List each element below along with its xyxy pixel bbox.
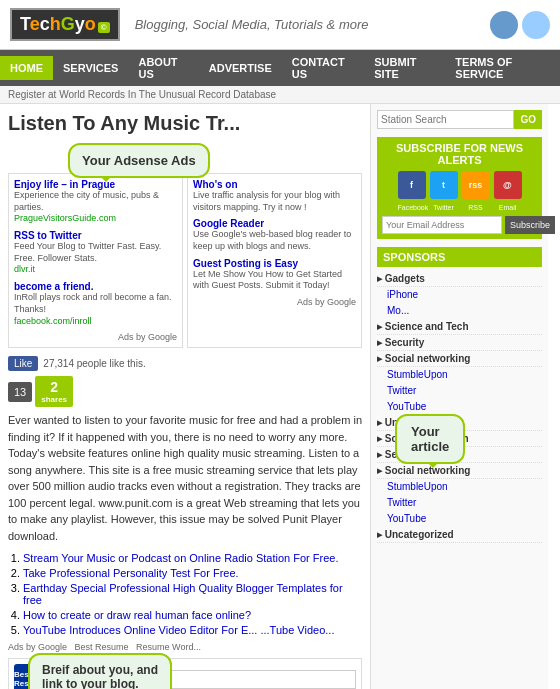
bird-icon-2 (522, 11, 550, 39)
article-body: Ever wanted to listen to your favorite m… (8, 412, 362, 544)
sponsor-sub-social1: StumbleUpon Twitter YouTube (377, 367, 542, 415)
breadcrumb: Register at World Records In The Unusual… (0, 86, 560, 104)
email-label: Email (494, 204, 522, 211)
ad-link-2[interactable]: RSS to Twitter (14, 230, 82, 241)
rss-label: RSS (462, 204, 490, 211)
subscribe-input-row: Subscribe (382, 216, 537, 234)
list-link-4[interactable]: How to create or draw real human face on… (23, 609, 251, 621)
ad-right-link-3[interactable]: Guest Posting is Easy (193, 258, 298, 269)
like-count: 27,314 people like this. (43, 358, 145, 369)
sponsor-link-twitter1[interactable]: Twitter (387, 385, 416, 396)
share-count: 2 shares (35, 376, 73, 407)
sponsor-link-iphone[interactable]: iPhone (387, 289, 418, 300)
nav-terms[interactable]: TERMS OF SERVICE (445, 50, 560, 86)
sponsors-title: SPONSORS (377, 247, 542, 267)
ad-right-link-1[interactable]: Who's on (193, 179, 238, 190)
social-labels: Facebook Twitter RSS Email (382, 204, 537, 211)
ads-row: Enjoy life – in Prague Experience the ci… (8, 173, 362, 348)
tagline: Blogging, Social Media, Tutorials & more (135, 17, 369, 32)
logo-tag: © (98, 22, 110, 33)
sponsor-sub-gadgets: iPhone Mo... (377, 287, 542, 319)
breadcrumb-text: Register at World Records In The Unusual… (8, 89, 276, 100)
fb-label: Facebook (398, 204, 426, 211)
list-link-5[interactable]: YouTube Introduces Online Video Editor F… (23, 624, 334, 636)
nav-services[interactable]: SERVICES (53, 56, 128, 80)
header-icons (490, 11, 550, 39)
subscribe-box: SUBSCRIBE FOR NEWS ALERTS f t rss @ Face… (377, 137, 542, 239)
list-item: How to create or draw real human face on… (23, 609, 362, 621)
article-title: Listen To Any Music Tr... (8, 112, 362, 135)
nav-home[interactable]: HOME (0, 56, 53, 80)
list-item: Take Professional Personality Test For F… (23, 567, 362, 579)
social-icons: f t rss @ (382, 171, 537, 199)
sponsor-sub-social2: StumbleUpon Twitter YouTube (377, 479, 542, 527)
list-item: YouTube Introduces Online Video Editor F… (23, 624, 362, 636)
ad-link-3[interactable]: become a friend. (14, 281, 93, 292)
site-header: TechGyo© Blogging, Social Media, Tutoria… (0, 0, 560, 50)
subscribe-title: SUBSCRIBE FOR NEWS ALERTS (382, 142, 537, 166)
article-list: Stream Your Music or Podcast on Online R… (23, 552, 362, 636)
share-widget: 13 2 shares (8, 376, 362, 407)
subscribe-button[interactable]: Subscribe (505, 216, 555, 234)
article-callout: Your article (395, 414, 465, 464)
sponsor-cat-security1[interactable]: ▸ Security (377, 335, 542, 351)
brief-callout: Breif about you, andlink to your blog. (28, 653, 172, 689)
search-button[interactable]: GO (514, 110, 542, 129)
sponsor-link-stumble1[interactable]: StumbleUpon (387, 369, 448, 380)
email-icon[interactable]: @ (494, 171, 522, 199)
list-item: Earthday Special Professional High Quali… (23, 582, 362, 606)
twitter-icon[interactable]: t (430, 171, 458, 199)
sponsor-cat-gadgets[interactable]: ▸ Gadgets (377, 271, 542, 287)
ad-block-right: Who's on Live traffic analysis for your … (187, 173, 362, 348)
nav-contact[interactable]: CONTACT US (282, 50, 365, 86)
nav-submit[interactable]: SUBMIT SITE (364, 50, 445, 86)
resume-link-1[interactable]: Best Resume (75, 642, 129, 652)
nav-about[interactable]: ABOUT US (128, 50, 198, 86)
sponsor-link-twitter2[interactable]: Twitter (387, 497, 416, 508)
main-nav: HOME SERVICES ABOUT US ADVERTISE CONTACT… (0, 50, 560, 86)
ads-bottom-label: Ads by Google Best Resume Resume Word... (8, 642, 362, 652)
tw-label: Twitter (430, 204, 458, 211)
sponsors-box: SPONSORS ▸ Gadgets iPhone Mo... ▸ Scienc… (377, 247, 542, 543)
main-content: Listen To Any Music Tr... Your Adsense A… (0, 104, 370, 689)
sponsor-cat-uncat2[interactable]: ▸ Uncategorized (377, 527, 542, 543)
like-bar: Like 27,314 people like this. (8, 356, 362, 371)
sponsor-cat-scitech1[interactable]: ▸ Science and Tech (377, 319, 542, 335)
sponsor-link-youtube2[interactable]: YouTube (387, 513, 426, 524)
search-input[interactable] (377, 110, 514, 129)
ads-by-google-right: Ads by Google (193, 297, 356, 307)
list-item: Stream Your Music or Podcast on Online R… (23, 552, 362, 564)
share-date: 13 (8, 382, 32, 402)
sponsor-cat-social2[interactable]: ▸ Social networking (377, 463, 542, 479)
site-logo[interactable]: TechGyo© (10, 8, 120, 41)
nav-advertise[interactable]: ADVERTISE (199, 56, 282, 80)
ad-right-link-2[interactable]: Google Reader (193, 218, 264, 229)
bird-icon-1 (490, 11, 518, 39)
sidebar: GO SUBSCRIBE FOR NEWS ALERTS f t rss @ F… (370, 104, 548, 689)
ads-by-google-left: Ads by Google (14, 332, 177, 342)
list-link-3[interactable]: Earthday Special Professional High Quali… (23, 582, 343, 606)
list-link-1[interactable]: Stream Your Music or Podcast on Online R… (23, 552, 339, 564)
sidebar-search: GO (377, 110, 542, 129)
sponsor-link-stumble2[interactable]: StumbleUpon (387, 481, 448, 492)
sponsor-cat-social1[interactable]: ▸ Social networking (377, 351, 542, 367)
subscribe-email-input[interactable] (382, 216, 502, 234)
sponsor-link-mo[interactable]: Mo... (387, 305, 409, 316)
like-button[interactable]: Like (8, 356, 38, 371)
resume-link-2[interactable]: Resume Word... (136, 642, 201, 652)
adsense-callout: Your Adsense Ads (68, 143, 210, 178)
list-link-2[interactable]: Take Professional Personality Test For F… (23, 567, 239, 579)
rss-icon[interactable]: rss (462, 171, 490, 199)
ad-block-left: Enjoy life – in Prague Experience the ci… (8, 173, 183, 348)
facebook-icon[interactable]: f (398, 171, 426, 199)
sponsor-link-youtube1[interactable]: YouTube (387, 401, 426, 412)
